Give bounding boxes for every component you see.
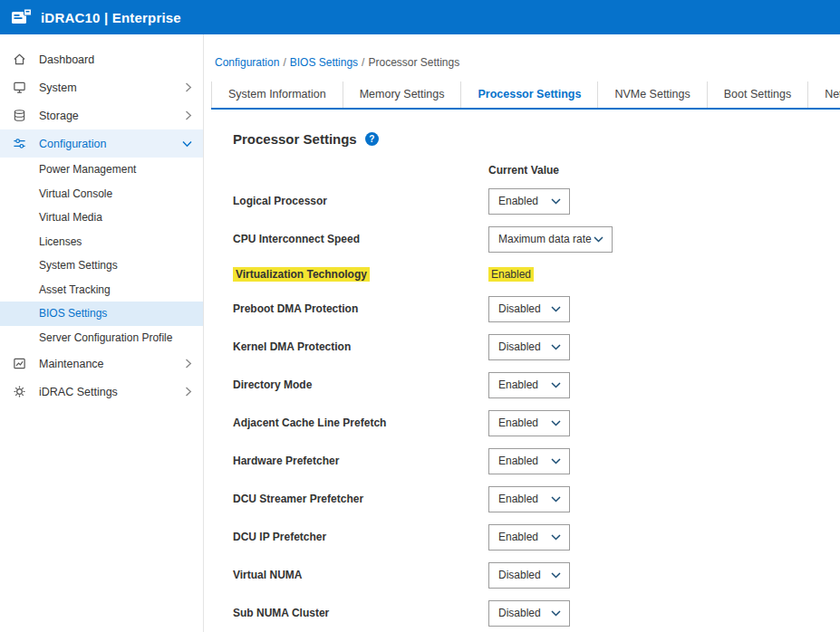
selected-value: Enabled bbox=[498, 378, 538, 391]
setting-select-dcu-streamer-prefetcher[interactable]: Enabled bbox=[488, 486, 570, 512]
chevron-down-icon bbox=[551, 572, 561, 579]
chevron-right-icon bbox=[185, 82, 192, 92]
setting-select-cpu-interconnect-speed[interactable]: Maximum data rate bbox=[488, 226, 613, 253]
sidebar-item-configuration[interactable]: Configuration bbox=[0, 129, 203, 158]
help-icon[interactable]: ? bbox=[365, 132, 379, 146]
setting-row-dcu-ip-prefetcher: DCU IP PrefetcherEnabled bbox=[233, 518, 840, 556]
setting-value: Enabled bbox=[488, 267, 534, 282]
sidebar-item-label: Storage bbox=[39, 110, 79, 122]
setting-label: Virtualization Technology bbox=[233, 268, 488, 281]
setting-select-preboot-dma-protection[interactable]: Disabled bbox=[488, 296, 570, 322]
setting-row-logical-processor: Logical ProcessorEnabled bbox=[233, 182, 840, 220]
app-title: iDRAC10 | Enterprise bbox=[41, 10, 181, 25]
main-content: Configuration/BIOS Settings/Processor Se… bbox=[204, 34, 840, 632]
tab-network-settings[interactable]: Network Settings bbox=[808, 81, 840, 108]
breadcrumb-separator: / bbox=[358, 56, 368, 69]
sidebar-subitem-virtual-console[interactable]: Virtual Console bbox=[0, 182, 203, 206]
sidebar-item-system[interactable]: System bbox=[0, 73, 203, 101]
chevron-down-icon bbox=[182, 140, 192, 148]
breadcrumb: Configuration/BIOS Settings/Processor Se… bbox=[204, 34, 840, 81]
tab-processor-settings[interactable]: Processor Settings bbox=[461, 81, 598, 108]
selected-value: Enabled bbox=[498, 531, 538, 543]
sidebar-nav: DashboardSystemStorageConfigurationPower… bbox=[0, 45, 203, 406]
home-icon bbox=[13, 53, 28, 66]
sidebar-item-idrac-settings[interactable]: iDRAC Settings bbox=[0, 378, 203, 406]
setting-row-directory-mode: Directory ModeEnabled bbox=[233, 366, 840, 404]
selected-value: Maximum data rate bbox=[498, 233, 592, 245]
setting-row-virtualization-technology: Virtualization TechnologyEnabled bbox=[233, 258, 840, 290]
setting-label: DCU IP Prefetcher bbox=[233, 531, 488, 543]
setting-label: Virtual NUMA bbox=[233, 569, 488, 581]
setting-label: Logical Processor bbox=[233, 195, 488, 207]
chevron-right-icon bbox=[185, 110, 192, 120]
setting-select-dcu-ip-prefetcher[interactable]: Enabled bbox=[488, 524, 570, 551]
sidebar-item-maintenance[interactable]: Maintenance bbox=[0, 350, 203, 378]
setting-label: Preboot DMA Protection bbox=[233, 302, 488, 315]
setting-select-directory-mode[interactable]: Enabled bbox=[488, 372, 570, 398]
tab-system-information[interactable]: System Information bbox=[211, 81, 343, 108]
setting-select-kernel-dma-protection[interactable]: Disabled bbox=[488, 334, 570, 360]
sidebar-item-label: System bbox=[39, 81, 77, 94]
setting-row-sub-numa-cluster: Sub NUMA ClusterDisabled bbox=[233, 594, 840, 632]
setting-row-virtual-numa: Virtual NUMADisabled bbox=[233, 556, 840, 594]
chevron-down-icon bbox=[551, 382, 561, 388]
setting-row-hardware-prefetcher: Hardware PrefetcherEnabled bbox=[233, 442, 840, 480]
sidebar-item-label: Dashboard bbox=[39, 53, 94, 66]
selected-value: Enabled bbox=[498, 493, 538, 505]
setting-row-dcu-streamer-prefetcher: DCU Streamer PrefetcherEnabled bbox=[233, 480, 840, 518]
setting-row-cpu-interconnect-speed: CPU Interconnect SpeedMaximum data rate bbox=[233, 220, 840, 258]
tab-boot-settings[interactable]: Boot Settings bbox=[708, 81, 808, 108]
chevron-right-icon bbox=[185, 387, 192, 397]
gear-icon bbox=[13, 385, 28, 398]
setting-row-kernel-dma-protection: Kernel DMA ProtectionDisabled bbox=[233, 328, 840, 366]
breadcrumb-processor-settings: Processor Settings bbox=[368, 56, 459, 69]
tab-nvme-settings[interactable]: NVMe Settings bbox=[598, 81, 707, 108]
chevron-down-icon bbox=[594, 236, 603, 243]
setting-select-adjacent-cache-line-prefetch[interactable]: Enabled bbox=[488, 410, 570, 436]
tab-memory-settings[interactable]: Memory Settings bbox=[343, 81, 462, 108]
chevron-down-icon bbox=[551, 344, 561, 350]
setting-select-virtual-numa[interactable]: Disabled bbox=[488, 562, 570, 589]
chevron-down-icon bbox=[551, 610, 561, 617]
setting-select-sub-numa-cluster[interactable]: Disabled bbox=[488, 600, 570, 627]
setting-select-hardware-prefetcher[interactable]: Enabled bbox=[488, 448, 570, 474]
selected-value: Enabled bbox=[498, 455, 538, 467]
selected-value: Disabled bbox=[498, 340, 541, 353]
chevron-down-icon bbox=[551, 420, 561, 426]
breadcrumb-bios-settings[interactable]: BIOS Settings bbox=[290, 56, 358, 69]
sidebar-item-dashboard[interactable]: Dashboard bbox=[0, 45, 203, 73]
setting-select-logical-processor[interactable]: Enabled bbox=[488, 188, 570, 215]
sidebar-item-storage[interactable]: Storage bbox=[0, 101, 203, 129]
sidebar-item-label: Maintenance bbox=[39, 358, 104, 370]
setting-label: Kernel DMA Protection bbox=[233, 340, 488, 353]
sidebar-subitem-server-configuration-profile[interactable]: Server Configuration Profile bbox=[0, 326, 203, 350]
selected-value: Disabled bbox=[498, 607, 541, 619]
sidebar-subitem-virtual-media[interactable]: Virtual Media bbox=[0, 206, 203, 230]
settings-panel: Processor Settings ? Current Value Logic… bbox=[204, 110, 840, 632]
selected-value: Enabled bbox=[498, 195, 538, 207]
idrac-logo-icon bbox=[11, 8, 33, 26]
chevron-down-icon bbox=[551, 534, 561, 541]
sidebar-subitem-asset-tracking[interactable]: Asset Tracking bbox=[0, 278, 203, 302]
sidebar-subitem-licenses[interactable]: Licenses bbox=[0, 230, 203, 254]
sidebar: DashboardSystemStorageConfigurationPower… bbox=[0, 34, 204, 632]
sidebar-item-label: Configuration bbox=[39, 138, 106, 150]
maintenance-icon bbox=[13, 357, 28, 370]
setting-label: Sub NUMA Cluster bbox=[233, 607, 488, 619]
page-title: Processor Settings bbox=[233, 131, 357, 147]
selected-value: Disabled bbox=[498, 569, 541, 581]
setting-label: CPU Interconnect Speed bbox=[233, 233, 488, 245]
chevron-right-icon bbox=[185, 359, 192, 369]
sidebar-subitem-bios-settings[interactable]: BIOS Settings bbox=[0, 302, 203, 326]
chevron-down-icon bbox=[551, 496, 561, 503]
sidebar-subitem-power-management[interactable]: Power Management bbox=[0, 158, 203, 182]
app-header: iDRAC10 | Enterprise bbox=[0, 0, 840, 34]
configuration-icon bbox=[13, 137, 28, 150]
tab-bar: System InformationMemory SettingsProcess… bbox=[211, 81, 840, 110]
selected-value: Enabled bbox=[498, 417, 538, 429]
setting-label: Adjacent Cache Line Prefetch bbox=[233, 417, 488, 429]
breadcrumb-configuration[interactable]: Configuration bbox=[215, 56, 279, 69]
setting-label: DCU Streamer Prefetcher bbox=[233, 493, 488, 505]
chevron-down-icon bbox=[551, 306, 561, 312]
sidebar-subitem-system-settings[interactable]: System Settings bbox=[0, 254, 203, 278]
